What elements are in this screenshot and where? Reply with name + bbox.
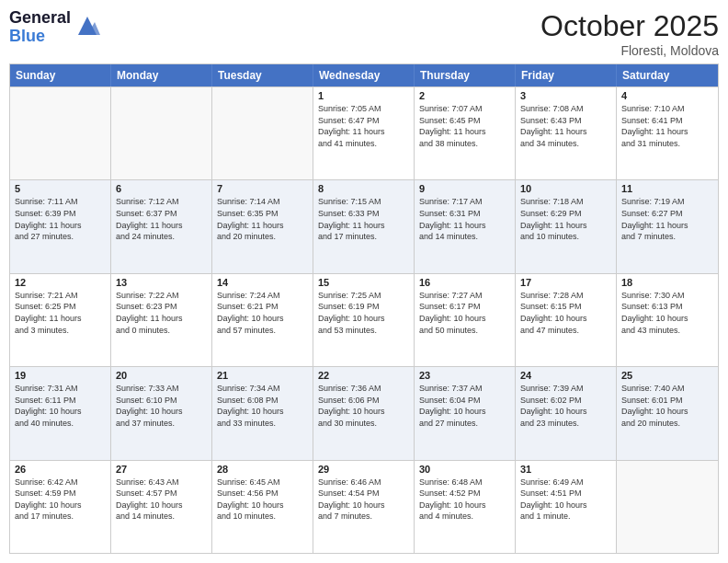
day-info: Sunrise: 7:12 AM Sunset: 6:37 PM Dayligh… <box>116 196 207 242</box>
day-info: Sunrise: 7:30 AM Sunset: 6:13 PM Dayligh… <box>621 290 713 336</box>
day-number: 31 <box>520 464 611 475</box>
day-cell: 15Sunrise: 7:25 AM Sunset: 6:19 PM Dayli… <box>313 274 415 366</box>
day-info: Sunrise: 6:43 AM Sunset: 4:57 PM Dayligh… <box>116 477 207 523</box>
day-cell: 20Sunrise: 7:33 AM Sunset: 6:10 PM Dayli… <box>111 367 212 459</box>
day-cell <box>617 461 718 553</box>
day-cell: 27Sunrise: 6:43 AM Sunset: 4:57 PM Dayli… <box>111 461 212 553</box>
day-info: Sunrise: 6:49 AM Sunset: 4:51 PM Dayligh… <box>520 477 611 523</box>
day-number: 19 <box>15 370 106 381</box>
day-cell: 2Sunrise: 7:07 AM Sunset: 6:45 PM Daylig… <box>415 87 516 179</box>
title-block: October 2025 Floresti, Moldova <box>540 9 719 58</box>
day-number: 18 <box>621 277 713 288</box>
day-cell: 1Sunrise: 7:05 AM Sunset: 6:47 PM Daylig… <box>313 87 415 179</box>
day-info: Sunrise: 7:28 AM Sunset: 6:15 PM Dayligh… <box>520 290 611 336</box>
day-cell <box>212 87 313 179</box>
day-cell: 19Sunrise: 7:31 AM Sunset: 6:11 PM Dayli… <box>10 367 111 459</box>
day-number: 12 <box>15 277 106 288</box>
day-number: 6 <box>116 183 207 194</box>
day-number: 10 <box>520 183 611 194</box>
day-number: 20 <box>116 370 207 381</box>
page: General Blue October 2025 Floresti, Mold… <box>0 0 728 563</box>
logo-blue: Blue <box>9 28 71 46</box>
day-cell: 21Sunrise: 7:34 AM Sunset: 6:08 PM Dayli… <box>212 367 313 459</box>
day-cell: 3Sunrise: 7:08 AM Sunset: 6:43 PM Daylig… <box>516 87 617 179</box>
day-cell: 10Sunrise: 7:18 AM Sunset: 6:29 PM Dayli… <box>516 180 617 272</box>
day-info: Sunrise: 7:25 AM Sunset: 6:19 PM Dayligh… <box>318 290 409 336</box>
day-cell: 11Sunrise: 7:19 AM Sunset: 6:27 PM Dayli… <box>617 180 718 272</box>
day-header: Sunday <box>10 64 111 86</box>
day-info: Sunrise: 7:37 AM Sunset: 6:04 PM Dayligh… <box>419 383 510 429</box>
day-number: 24 <box>520 370 611 381</box>
day-info: Sunrise: 7:07 AM Sunset: 6:45 PM Dayligh… <box>419 103 510 149</box>
day-cell: 7Sunrise: 7:14 AM Sunset: 6:35 PM Daylig… <box>212 180 313 272</box>
day-cell: 9Sunrise: 7:17 AM Sunset: 6:31 PM Daylig… <box>415 180 516 272</box>
day-number: 5 <box>15 183 106 194</box>
day-info: Sunrise: 6:48 AM Sunset: 4:52 PM Dayligh… <box>419 477 510 523</box>
day-number: 29 <box>318 464 409 475</box>
day-info: Sunrise: 7:36 AM Sunset: 6:06 PM Dayligh… <box>318 383 409 429</box>
day-number: 27 <box>116 464 207 475</box>
day-info: Sunrise: 7:10 AM Sunset: 6:41 PM Dayligh… <box>621 103 713 149</box>
day-cell: 25Sunrise: 7:40 AM Sunset: 6:01 PM Dayli… <box>617 367 718 459</box>
day-cell: 22Sunrise: 7:36 AM Sunset: 6:06 PM Dayli… <box>313 367 415 459</box>
day-number: 21 <box>217 370 308 381</box>
day-number: 9 <box>419 183 510 194</box>
day-info: Sunrise: 7:22 AM Sunset: 6:23 PM Dayligh… <box>116 290 207 336</box>
day-cell: 26Sunrise: 6:42 AM Sunset: 4:59 PM Dayli… <box>10 461 111 553</box>
day-header: Monday <box>111 64 212 86</box>
header: General Blue October 2025 Floresti, Mold… <box>9 9 719 58</box>
logo-general: General <box>9 9 71 28</box>
day-cell: 24Sunrise: 7:39 AM Sunset: 6:02 PM Dayli… <box>516 367 617 459</box>
week-row: 5Sunrise: 7:11 AM Sunset: 6:39 PM Daylig… <box>10 179 718 272</box>
week-row: 12Sunrise: 7:21 AM Sunset: 6:25 PM Dayli… <box>10 273 718 366</box>
day-info: Sunrise: 7:14 AM Sunset: 6:35 PM Dayligh… <box>217 196 308 242</box>
day-number: 25 <box>621 370 713 381</box>
day-number: 17 <box>520 277 611 288</box>
day-cell <box>111 87 212 179</box>
day-header: Friday <box>516 64 617 86</box>
day-info: Sunrise: 7:11 AM Sunset: 6:39 PM Dayligh… <box>15 196 106 242</box>
day-number: 16 <box>419 277 510 288</box>
day-number: 15 <box>318 277 409 288</box>
day-number: 1 <box>318 90 409 101</box>
day-info: Sunrise: 7:40 AM Sunset: 6:01 PM Dayligh… <box>621 383 713 429</box>
day-cell: 4Sunrise: 7:10 AM Sunset: 6:41 PM Daylig… <box>617 87 718 179</box>
day-info: Sunrise: 7:17 AM Sunset: 6:31 PM Dayligh… <box>419 196 510 242</box>
day-cell: 12Sunrise: 7:21 AM Sunset: 6:25 PM Dayli… <box>10 274 111 366</box>
day-cell: 28Sunrise: 6:45 AM Sunset: 4:56 PM Dayli… <box>212 461 313 553</box>
day-info: Sunrise: 6:42 AM Sunset: 4:59 PM Dayligh… <box>15 477 106 523</box>
month-title: October 2025 <box>540 9 719 43</box>
day-number: 4 <box>621 90 713 101</box>
day-number: 23 <box>419 370 510 381</box>
day-cell: 14Sunrise: 7:24 AM Sunset: 6:21 PM Dayli… <box>212 274 313 366</box>
day-cell: 16Sunrise: 7:27 AM Sunset: 6:17 PM Dayli… <box>415 274 516 366</box>
day-cell: 17Sunrise: 7:28 AM Sunset: 6:15 PM Dayli… <box>516 274 617 366</box>
day-info: Sunrise: 7:18 AM Sunset: 6:29 PM Dayligh… <box>520 196 611 242</box>
day-cell: 30Sunrise: 6:48 AM Sunset: 4:52 PM Dayli… <box>415 461 516 553</box>
calendar-body: 1Sunrise: 7:05 AM Sunset: 6:47 PM Daylig… <box>10 86 718 553</box>
day-header: Thursday <box>415 64 516 86</box>
calendar: SundayMondayTuesdayWednesdayThursdayFrid… <box>9 63 719 554</box>
day-cell: 6Sunrise: 7:12 AM Sunset: 6:37 PM Daylig… <box>111 180 212 272</box>
day-info: Sunrise: 7:39 AM Sunset: 6:02 PM Dayligh… <box>520 383 611 429</box>
day-number: 13 <box>116 277 207 288</box>
day-cell: 5Sunrise: 7:11 AM Sunset: 6:39 PM Daylig… <box>10 180 111 272</box>
day-headers: SundayMondayTuesdayWednesdayThursdayFrid… <box>10 64 718 86</box>
day-info: Sunrise: 7:05 AM Sunset: 6:47 PM Dayligh… <box>318 103 409 149</box>
day-info: Sunrise: 7:21 AM Sunset: 6:25 PM Dayligh… <box>15 290 106 336</box>
day-number: 3 <box>520 90 611 101</box>
day-info: Sunrise: 7:24 AM Sunset: 6:21 PM Dayligh… <box>217 290 308 336</box>
day-info: Sunrise: 7:08 AM Sunset: 6:43 PM Dayligh… <box>520 103 611 149</box>
day-info: Sunrise: 7:31 AM Sunset: 6:11 PM Dayligh… <box>15 383 106 429</box>
day-number: 30 <box>419 464 510 475</box>
logo: General Blue <box>9 9 100 46</box>
day-number: 11 <box>621 183 713 194</box>
day-cell: 13Sunrise: 7:22 AM Sunset: 6:23 PM Dayli… <box>111 274 212 366</box>
day-number: 28 <box>217 464 308 475</box>
week-row: 19Sunrise: 7:31 AM Sunset: 6:11 PM Dayli… <box>10 366 718 459</box>
day-header: Wednesday <box>313 64 415 86</box>
subtitle: Floresti, Moldova <box>540 43 719 58</box>
day-number: 2 <box>419 90 510 101</box>
day-number: 8 <box>318 183 409 194</box>
day-number: 7 <box>217 183 308 194</box>
